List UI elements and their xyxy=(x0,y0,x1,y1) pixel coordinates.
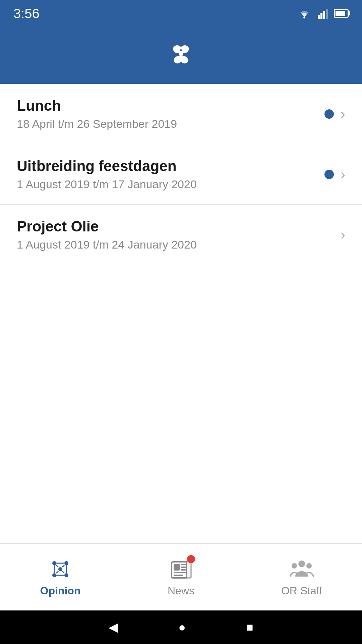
svg-point-9 xyxy=(64,573,68,577)
list-item-title-2: Uitbreiding feestdagen xyxy=(17,158,324,174)
svg-line-18 xyxy=(62,571,64,573)
list-item-subtitle-1: 18 April t/m 26 September 2019 xyxy=(17,117,324,130)
app-header xyxy=(0,27,362,84)
svg-rect-25 xyxy=(181,569,186,571)
list-item-subtitle-2: 1 August 2019 t/m 17 January 2020 xyxy=(17,178,324,191)
nav-label-or-staff: OR Staff xyxy=(281,585,322,597)
unread-dot-1 xyxy=(324,109,334,119)
list-item-text: Lunch 18 April t/m 26 September 2019 xyxy=(17,97,324,130)
wifi-icon xyxy=(297,8,312,19)
unread-dot-2 xyxy=(324,170,334,179)
svg-rect-28 xyxy=(186,562,191,578)
opinion-icon: ? ? xyxy=(48,557,72,581)
list-item-text: Project Olie 1 August 2019 t/m 24 Januar… xyxy=(17,218,341,251)
signal-icon xyxy=(318,8,328,19)
svg-point-0 xyxy=(303,16,305,18)
status-icons xyxy=(297,8,349,19)
svg-rect-22 xyxy=(174,564,180,571)
list-item-actions-3: › xyxy=(341,227,345,243)
nav-label-opinion: Opinion xyxy=(40,585,81,597)
svg-point-5 xyxy=(179,51,183,55)
list-item-actions-2: › xyxy=(324,166,345,182)
svg-line-16 xyxy=(62,565,64,567)
svg-text:?: ? xyxy=(53,560,56,566)
svg-rect-26 xyxy=(174,572,186,573)
android-nav: ◀ ● ■ xyxy=(0,610,362,644)
android-recent-button[interactable]: ■ xyxy=(246,620,253,634)
bottom-nav: ? ? Opinion News xyxy=(0,543,362,610)
chevron-right-1: › xyxy=(341,106,345,122)
app-logo xyxy=(166,40,196,70)
chevron-right-3: › xyxy=(341,227,345,243)
news-icon-wrapper xyxy=(169,557,193,581)
svg-rect-3 xyxy=(323,11,325,19)
svg-rect-24 xyxy=(181,567,186,568)
list-item-title-3: Project Olie xyxy=(17,218,341,235)
svg-rect-2 xyxy=(320,13,322,19)
list-item[interactable]: Uitbreiding feestdagen 1 August 2019 t/m… xyxy=(0,144,362,205)
android-home-button[interactable]: ● xyxy=(178,620,186,634)
status-time: 3:56 xyxy=(13,6,40,21)
svg-point-30 xyxy=(292,563,297,569)
list-item-text: Uitbreiding feestdagen 1 August 2019 t/m… xyxy=(17,158,324,191)
svg-point-29 xyxy=(298,560,305,567)
news-badge xyxy=(187,555,195,563)
list-item-subtitle-3: 1 August 2019 t/m 24 January 2020 xyxy=(17,238,341,251)
nav-item-news[interactable]: News xyxy=(121,544,241,610)
nav-item-opinion[interactable]: ? ? Opinion xyxy=(0,544,121,610)
svg-rect-4 xyxy=(326,9,328,19)
list-item[interactable]: Lunch 18 April t/m 26 September 2019 › xyxy=(0,84,362,144)
nav-item-or-staff[interactable]: OR Staff xyxy=(241,544,362,610)
chevron-right-2: › xyxy=(341,166,345,182)
svg-line-15 xyxy=(56,565,58,567)
svg-rect-23 xyxy=(181,564,186,565)
list-item[interactable]: Project Olie 1 August 2019 t/m 24 Januar… xyxy=(0,205,362,265)
nav-label-news: News xyxy=(168,585,194,597)
svg-point-31 xyxy=(306,563,312,569)
status-bar: 3:56 xyxy=(0,0,362,27)
svg-rect-1 xyxy=(318,15,320,19)
svg-point-8 xyxy=(52,573,56,577)
list-item-title-1: Lunch xyxy=(17,97,324,114)
svg-text:?: ? xyxy=(65,560,68,566)
svg-point-10 xyxy=(58,567,62,571)
svg-rect-27 xyxy=(174,575,183,576)
battery-icon xyxy=(334,9,349,18)
svg-line-17 xyxy=(56,571,58,573)
or-staff-icon xyxy=(290,557,314,581)
android-back-button[interactable]: ◀ xyxy=(109,620,118,634)
content-list: Lunch 18 April t/m 26 September 2019 › U… xyxy=(0,84,362,543)
list-item-actions-1: › xyxy=(324,106,345,122)
